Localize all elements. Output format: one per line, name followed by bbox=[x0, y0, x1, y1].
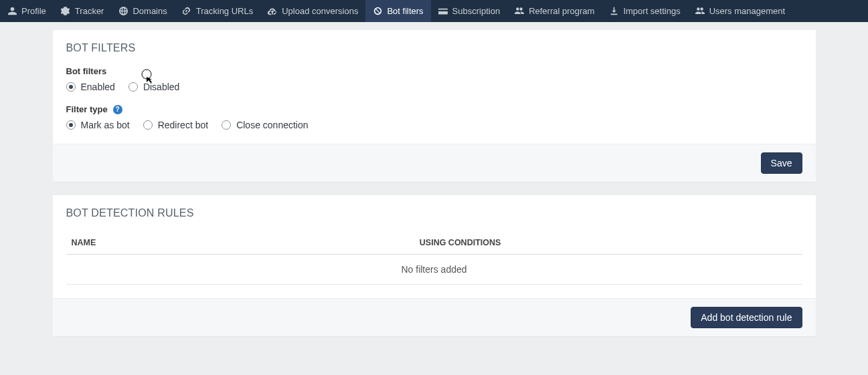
users-icon bbox=[515, 7, 524, 16]
bot-filters-label: Bot filters bbox=[66, 66, 802, 76]
radio-dot-icon bbox=[128, 82, 138, 92]
credit-card-icon bbox=[438, 7, 448, 16]
radio-dot-icon bbox=[222, 120, 231, 130]
link-icon bbox=[182, 7, 191, 16]
nav-bot-filters[interactable]: Bot filters bbox=[365, 0, 430, 22]
filter-type-label: Filter type ? bbox=[66, 104, 802, 114]
radio-dot-icon bbox=[66, 120, 76, 130]
radio-mark-as-bot[interactable]: Mark as bot bbox=[66, 120, 130, 130]
ban-icon bbox=[373, 7, 382, 16]
bot-detection-rules-panel: BOT DETECTION RULES NAME USING CONDITION… bbox=[53, 195, 816, 336]
filters-panel-footer: Save bbox=[53, 144, 816, 182]
nav-label: Upload conversions bbox=[282, 6, 358, 16]
filter-type-radiogroup: Mark as bot Redirect bot Close connectio… bbox=[66, 120, 802, 130]
radio-close-connection[interactable]: Close connection bbox=[222, 120, 308, 130]
nav-label: Domains bbox=[133, 6, 167, 16]
help-icon[interactable]: ? bbox=[113, 105, 122, 114]
radio-label: Redirect bot bbox=[158, 120, 208, 130]
globe-icon bbox=[118, 7, 128, 16]
user-icon bbox=[7, 7, 17, 16]
nav-label: Tracker bbox=[75, 6, 104, 16]
radio-disabled[interactable]: Disabled bbox=[128, 82, 179, 92]
nav-referral[interactable]: Referral program bbox=[507, 0, 602, 22]
radio-label: Close connection bbox=[236, 120, 308, 130]
radio-label: Enabled bbox=[81, 82, 115, 92]
cloud-upload-icon bbox=[268, 7, 277, 16]
nav-subscription[interactable]: Subscription bbox=[431, 0, 508, 22]
nav-upload-conversions[interactable]: Upload conversions bbox=[260, 0, 365, 22]
rules-table: NAME USING CONDITIONS No filters added bbox=[66, 231, 802, 285]
radio-dot-icon bbox=[143, 120, 153, 130]
nav-label: Users management bbox=[709, 6, 785, 16]
nav-users-management[interactable]: Users management bbox=[688, 0, 792, 22]
rules-panel-footer: Add bot detection rule bbox=[53, 298, 816, 336]
nav-label: Subscription bbox=[452, 6, 501, 16]
add-bot-detection-rule-button[interactable]: Add bot detection rule bbox=[691, 307, 802, 328]
save-button[interactable]: Save bbox=[761, 152, 802, 174]
nav-profile[interactable]: Profile bbox=[0, 0, 54, 22]
radio-dot-icon bbox=[66, 82, 76, 92]
bot-filters-panel: BOT FILTERS Bot filters Enabled Disabled… bbox=[53, 30, 816, 182]
users-icon bbox=[695, 7, 705, 16]
radio-label: Mark as bot bbox=[81, 120, 130, 130]
panel-title: BOT DETECTION RULES bbox=[66, 207, 802, 219]
download-icon bbox=[609, 7, 618, 16]
nav-label: Import settings bbox=[623, 6, 680, 16]
col-name: NAME bbox=[72, 238, 420, 247]
table-header: NAME USING CONDITIONS bbox=[66, 231, 802, 255]
nav-tracker[interactable]: Tracker bbox=[54, 0, 112, 22]
panel-title: BOT FILTERS bbox=[66, 42, 802, 54]
gear-icon bbox=[61, 7, 70, 16]
table-empty-row: No filters added bbox=[66, 255, 802, 285]
nav-domains[interactable]: Domains bbox=[111, 0, 174, 22]
radio-redirect-bot[interactable]: Redirect bot bbox=[143, 120, 208, 130]
nav-label: Bot filters bbox=[387, 6, 423, 16]
top-nav: Profile Tracker Domains Tracking URLs Up… bbox=[0, 0, 868, 22]
nav-import-settings[interactable]: Import settings bbox=[602, 0, 687, 22]
nav-label: Referral program bbox=[529, 6, 594, 16]
nav-label: Tracking URLs bbox=[196, 6, 253, 16]
col-using-conditions: USING CONDITIONS bbox=[420, 238, 797, 247]
bot-filters-radiogroup: Enabled Disabled bbox=[66, 82, 802, 92]
nav-tracking-urls[interactable]: Tracking URLs bbox=[175, 0, 260, 22]
filter-type-text: Filter type bbox=[66, 104, 108, 114]
radio-label: Disabled bbox=[143, 82, 179, 92]
nav-label: Profile bbox=[21, 6, 46, 16]
radio-enabled[interactable]: Enabled bbox=[66, 82, 115, 92]
